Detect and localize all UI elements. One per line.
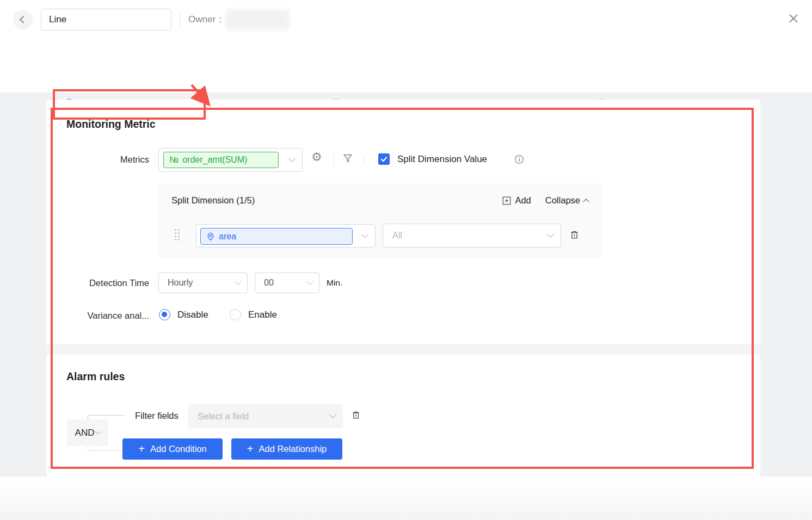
location-pin-icon <box>206 232 215 241</box>
filter-funnel-icon[interactable] <box>342 153 353 164</box>
drag-handle[interactable] <box>175 229 181 241</box>
minute-select[interactable]: 00 <box>255 273 319 293</box>
connector-line-dashed <box>88 446 124 451</box>
variance-disable-radio[interactable] <box>159 309 170 320</box>
chevron-down-icon <box>288 155 296 162</box>
monitoring-metric-title: Monitoring Metric <box>66 118 156 131</box>
dimension-select[interactable]: area <box>196 224 376 247</box>
dimension-tag-label: area <box>219 232 236 242</box>
gear-icon[interactable]: ⚙ <box>311 151 322 163</box>
logic-operator-dropdown[interactable]: AND <box>67 419 108 446</box>
divider <box>334 154 334 165</box>
trash-icon <box>569 230 580 240</box>
variance-label: Variance anal... <box>46 311 149 321</box>
chevron-down-icon <box>329 411 336 418</box>
frequency-select[interactable]: Hourly <box>158 273 248 293</box>
close-button[interactable] <box>785 10 802 27</box>
variance-disable-label: Disable <box>177 309 208 320</box>
dimension-tag[interactable]: area <box>200 228 353 245</box>
filter-field-placeholder: Select a field <box>198 411 249 422</box>
metric-tag[interactable]: № order_amt(SUM) <box>163 152 279 168</box>
add-condition-label: Add Condition <box>150 444 207 454</box>
metric-tag-label: order_amt(SUM) <box>182 155 247 165</box>
owner-label: Owner： <box>188 13 225 26</box>
chevron-down-icon <box>95 429 101 435</box>
metrics-label: Metrics <box>46 154 149 165</box>
collapse-label: Collapse <box>545 195 580 206</box>
delete-dimension-button[interactable] <box>569 230 580 240</box>
add-condition-button[interactable]: + Add Condition <box>122 438 223 460</box>
dimension-value-select[interactable]: All <box>383 224 561 247</box>
collapse-button[interactable]: Collapse <box>545 195 588 206</box>
add-square-icon <box>502 196 511 205</box>
split-dimension-panel: Split Dimension (1/5) Add Collapse <box>158 183 601 257</box>
back-button[interactable] <box>13 10 33 29</box>
add-dimension-button[interactable]: Add <box>502 195 531 206</box>
info-icon[interactable] <box>514 154 524 164</box>
split-dimension-checkbox[interactable] <box>378 153 390 165</box>
delete-condition-button[interactable] <box>351 410 361 420</box>
filter-fields-label: Filter fields <box>135 411 179 421</box>
main-panel: Monitoring Metric Metrics № order_amt(SU… <box>46 100 760 476</box>
variance-enable-label: Enable <box>248 309 277 320</box>
split-dimension-title: Split Dimension (1/5) <box>171 195 255 206</box>
measure-number-icon: № <box>169 155 179 165</box>
logic-operator-value: AND <box>75 428 95 438</box>
check-icon <box>380 155 388 163</box>
section-divider <box>46 344 760 355</box>
frequency-value: Hourly <box>168 278 193 288</box>
minute-unit-label: Min. <box>327 278 342 288</box>
chevron-down-icon <box>306 278 313 285</box>
divider <box>364 154 364 165</box>
close-icon <box>785 10 802 27</box>
filter-field-select[interactable]: Select a field <box>188 404 343 428</box>
footer-bar: Next Step <box>0 476 812 520</box>
chevron-up-icon <box>583 199 589 205</box>
rule-name-input[interactable] <box>41 9 171 30</box>
plus-icon: + <box>247 443 254 454</box>
detection-time-label: Detection Time <box>46 278 149 288</box>
dimension-value-placeholder: All <box>392 231 402 240</box>
split-dimension-checkbox-label: Split Dimension Value <box>397 154 487 165</box>
add-dimension-label: Add <box>515 195 531 206</box>
alarm-rules-title: Alarm rules <box>66 370 125 383</box>
chevron-down-icon <box>361 231 368 238</box>
chevron-down-icon <box>235 278 242 285</box>
minute-value: 00 <box>264 278 274 288</box>
chevron-down-icon <box>547 231 554 238</box>
step-wizard: 1 Set Monitoring Metric 2 Notification S… <box>0 39 812 92</box>
variance-enable-radio[interactable] <box>230 309 241 320</box>
add-relationship-label: Add Relationship <box>259 444 327 454</box>
owner-name-redacted <box>225 9 290 30</box>
plus-icon: + <box>138 443 145 454</box>
divider <box>180 12 180 27</box>
add-relationship-button[interactable]: + Add Relationship <box>231 438 342 460</box>
trash-icon <box>351 410 361 420</box>
chevron-left-icon <box>20 16 27 23</box>
metric-select[interactable]: № order_amt(SUM) <box>158 148 303 172</box>
top-bar: Owner： <box>0 0 812 39</box>
